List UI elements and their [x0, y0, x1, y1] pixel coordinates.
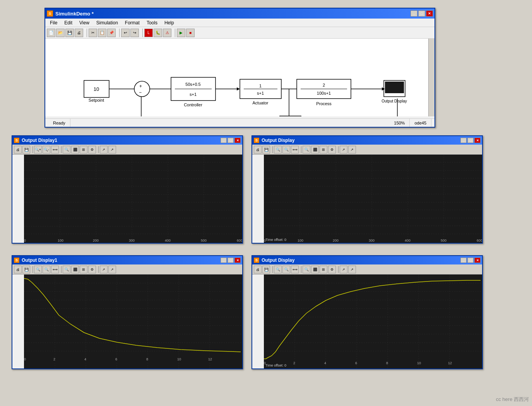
print-button[interactable]: 🖨 — [75, 29, 83, 37]
main-window-title: SimulinkDemo * — [55, 11, 94, 17]
scope3-tb-grid[interactable]: ⊞ — [80, 266, 87, 273]
svg-text:4: 4 — [324, 361, 326, 365]
new-button[interactable]: 📄 — [47, 29, 55, 37]
scope1-tb-zoom-in[interactable]: 🔍+ — [34, 146, 42, 154]
scope4-tb-save[interactable]: 💾 — [262, 266, 270, 273]
redo-button[interactable]: ↪ — [130, 29, 139, 37]
scope3-tb-zoom-x[interactable]: ⟺ — [51, 266, 59, 273]
menu-simulation[interactable]: Simulation — [93, 19, 121, 26]
scope4-tb-cursor[interactable]: ↗ — [340, 266, 347, 273]
scope2-tb-cursor[interactable]: ↗ — [340, 146, 347, 154]
scope2-titlebar: S Output Display _ □ ✕ — [252, 136, 482, 145]
scope1-close[interactable]: ✕ — [234, 138, 241, 143]
svg-text:10: 10 — [177, 357, 181, 361]
scope-window-display1-empty[interactable]: S Output Display1 _ □ ✕ 🖨 💾 🔍+ 🔍- ⟺ 🔍 ⬛ … — [12, 135, 243, 244]
svg-text:10: 10 — [94, 86, 99, 92]
scope4-min[interactable]: _ — [460, 258, 467, 263]
scope1-tb-zoom-x[interactable]: ⟺ — [51, 146, 59, 154]
scope4-tb-zoom-in[interactable]: 🔍 — [274, 266, 282, 273]
scope2-tb-zoom-x[interactable]: ⟺ — [291, 146, 299, 154]
scope1-min[interactable]: _ — [221, 138, 227, 143]
scope2-tb-zoom-in[interactable]: 🔍 — [274, 146, 282, 154]
stop-button[interactable]: ■ — [186, 29, 195, 37]
scope1-tb-save[interactable]: 💾 — [22, 146, 30, 154]
scope3-tb-print[interactable]: 🖨 — [14, 266, 22, 273]
scope2-tb-find[interactable]: 🔍 — [303, 146, 310, 154]
scope4-tb-find[interactable]: 🔍 — [303, 266, 310, 273]
cut-button[interactable]: ✂ — [89, 29, 97, 37]
scope2-tb-settings[interactable]: ⚙ — [328, 146, 336, 154]
scope1-tb-stop[interactable]: ⬛ — [71, 146, 79, 154]
scope1-tb-grid[interactable]: ⊞ — [80, 146, 87, 154]
scope2-canvas: 0 100 200 300 400 500 600 10 9 8 7 6 5 4… — [264, 155, 482, 243]
svg-text:1: 1 — [259, 84, 262, 88]
scope4-tb-grid[interactable]: ⊞ — [320, 266, 327, 273]
scope3-max[interactable]: □ — [228, 258, 234, 263]
menu-tools[interactable]: Tools — [144, 19, 161, 26]
scope4-max[interactable]: □ — [467, 258, 474, 263]
copy-button[interactable]: 📋 — [98, 29, 106, 37]
scope2-tb-save[interactable]: 💾 — [262, 146, 270, 154]
library-button[interactable]: L — [144, 29, 153, 37]
menu-help[interactable]: Help — [161, 19, 177, 26]
menu-file[interactable]: File — [47, 19, 60, 26]
scope2-min[interactable]: _ — [460, 138, 467, 143]
scope3-tb-zoom-out[interactable]: 🔍 — [43, 266, 50, 273]
scope-window-display-signal[interactable]: S Output Display _ □ ✕ 🖨 💾 🔍 🔍 ⟺ 🔍 ⬛ ⊞ ⚙… — [251, 255, 483, 369]
menu-format[interactable]: Format — [122, 19, 143, 26]
svg-text:2: 2 — [293, 361, 295, 365]
scope3-tb-settings[interactable]: ⚙ — [88, 266, 96, 273]
menu-edit[interactable]: Edit — [61, 19, 75, 26]
debug-button[interactable]: 🐛 — [154, 29, 162, 37]
scope4-tb-stop[interactable]: ⬛ — [311, 266, 319, 273]
maximize-button[interactable]: □ — [418, 10, 425, 17]
scope3-min[interactable]: _ — [221, 258, 227, 263]
scope1-tb-find[interactable]: 🔍 — [63, 146, 70, 154]
scope2-tb-print[interactable]: 🖨 — [254, 146, 262, 154]
scope1-tb-cursor2[interactable]: ↗ — [108, 146, 116, 154]
scope2-tb-grid[interactable]: ⊞ — [320, 146, 327, 154]
scope-window-display1-signal[interactable]: S Output Display1 _ □ ✕ 🖨 💾 🔍 🔍 ⟺ 🔍 ⬛ ⊞ … — [12, 255, 243, 369]
scope4-close[interactable]: ✕ — [474, 258, 481, 263]
menu-view[interactable]: View — [76, 19, 92, 26]
scope1-tb-zoom-out[interactable]: 🔍- — [43, 146, 50, 154]
scope3-tb-find[interactable]: 🔍 — [63, 266, 70, 273]
scope4-title: Output Display — [262, 258, 294, 263]
scope1-tb-print[interactable]: 🖨 — [14, 146, 22, 154]
run-button[interactable]: ▶ — [177, 29, 185, 37]
close-button[interactable]: ✕ — [426, 10, 433, 17]
save-button[interactable]: 💾 — [65, 29, 74, 37]
main-scrollbar-right[interactable] — [428, 39, 434, 116]
scope-window-display-empty[interactable]: S Output Display _ □ ✕ 🖨 💾 🔍 🔍 ⟺ 🔍 ⬛ ⊞ ⚙… — [251, 135, 483, 244]
open-button[interactable]: 📂 — [56, 29, 65, 37]
model-advisor[interactable]: ⚠ — [163, 29, 171, 37]
scope2-tb-stop[interactable]: ⬛ — [311, 146, 319, 154]
scope1-tb-cursor[interactable]: ↗ — [100, 146, 108, 154]
scope3-title: Output Display1 — [22, 258, 57, 263]
scope4-tb-cursor2[interactable]: ↗ — [348, 266, 356, 273]
minimize-button[interactable]: _ — [411, 10, 417, 17]
scope4-tb-settings[interactable]: ⚙ — [328, 266, 336, 273]
scope2-close[interactable]: ✕ — [474, 138, 481, 143]
scope2-max[interactable]: □ — [467, 138, 474, 143]
scope1-max[interactable]: □ — [228, 138, 234, 143]
scope3-tb-stop[interactable]: ⬛ — [71, 266, 79, 273]
scope3-tb-cursor2[interactable]: ↗ — [108, 266, 116, 273]
scope4-tb-print[interactable]: 🖨 — [254, 266, 262, 273]
undo-button[interactable]: ↩ — [121, 29, 130, 37]
scope1-title: Output Display1 — [22, 138, 57, 143]
simulink-icon: S — [47, 10, 53, 17]
scope4-tb-zoom-out[interactable]: 🔍 — [282, 266, 290, 273]
scope1-tb-settings[interactable]: ⚙ — [88, 146, 96, 154]
scope3-tb-zoom-in[interactable]: 🔍 — [34, 266, 42, 273]
scope4-tb-zoom-x[interactable]: ⟺ — [291, 266, 299, 273]
window-controls[interactable]: _ □ ✕ — [411, 10, 433, 17]
simulink-main-window[interactable]: S SimulinkDemo * _ □ ✕ File Edit View Si… — [44, 8, 435, 128]
scope3-close[interactable]: ✕ — [234, 258, 241, 263]
scope3-tb-cursor[interactable]: ↗ — [100, 266, 108, 273]
scope2-tb-zoom-out[interactable]: 🔍 — [282, 146, 290, 154]
scope3-tb-save[interactable]: 💾 — [22, 266, 30, 273]
scope2-tb-cursor2[interactable]: ↗ — [348, 146, 356, 154]
paste-button[interactable]: 📌 — [107, 29, 116, 37]
scope1-titlebar: S Output Display1 _ □ ✕ — [12, 136, 242, 145]
